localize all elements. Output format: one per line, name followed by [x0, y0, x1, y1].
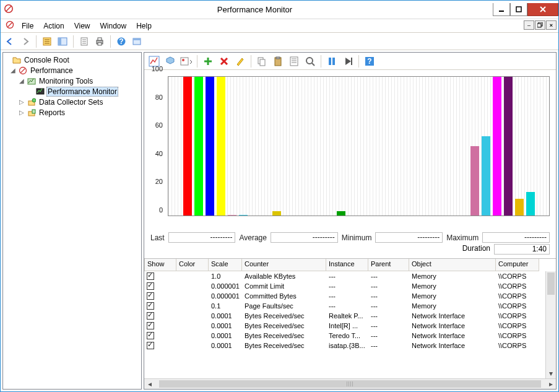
- scale-cell: 0.0001: [209, 342, 242, 349]
- scroll-right-icon[interactable]: ▸: [545, 379, 556, 389]
- scrollbar-thumb[interactable]: [159, 380, 541, 388]
- scale-cell: 0.1: [209, 302, 242, 310]
- paste-button[interactable]: [271, 54, 285, 69]
- parent-cell: ---: [368, 272, 409, 280]
- show-hide-tree-button[interactable]: [40, 35, 54, 48]
- show-checkbox[interactable]: [147, 342, 154, 349]
- show-checkbox[interactable]: [147, 282, 154, 290]
- print-button[interactable]: [93, 35, 106, 48]
- bar: [470, 146, 479, 216]
- table-row[interactable]: 0.000001Committed Bytes------Memory\\COR…: [144, 291, 556, 301]
- menu-action[interactable]: Action: [38, 20, 69, 32]
- new-window-button[interactable]: [130, 35, 144, 48]
- table-row[interactable]: 0.0001Bytes Received/secRealtek P...---N…: [144, 311, 556, 321]
- app-icon: [1, 4, 17, 15]
- tree-reports[interactable]: ▷ Reports: [3, 107, 141, 118]
- col-color[interactable]: Color: [176, 259, 209, 271]
- minimum-value: ---------: [375, 232, 443, 243]
- back-button[interactable]: [3, 35, 17, 48]
- zoom-button[interactable]: [303, 54, 318, 69]
- highlight-button[interactable]: [233, 54, 248, 69]
- grid-horizontal-scrollbar[interactable]: ◂ ▸: [144, 378, 556, 389]
- expand-icon[interactable]: ▷: [18, 109, 25, 116]
- console-tree[interactable]: Console Root ◢ Performance ◢ Monitoring …: [2, 52, 142, 390]
- scale-cell: 1.0: [209, 272, 242, 280]
- mdi-close-button[interactable]: ×: [546, 20, 557, 30]
- bar: [194, 77, 203, 216]
- table-row[interactable]: 0.0001Bytes Received/secIntel[R] ...---N…: [144, 321, 556, 331]
- counter-grid[interactable]: Show Color Scale Counter Instance Parent…: [144, 258, 556, 389]
- export-button[interactable]: [77, 35, 91, 48]
- menu-bar: File Action View Window Help – ×: [1, 19, 558, 33]
- col-computer[interactable]: Computer: [496, 259, 539, 271]
- svg-rect-20: [133, 38, 141, 40]
- grid-vertical-scrollbar[interactable]: ▴ ▾: [545, 271, 556, 378]
- object-cell: Memory: [409, 272, 496, 280]
- copy-button[interactable]: [254, 54, 269, 69]
- show-checkbox[interactable]: [147, 272, 154, 280]
- show-checkbox[interactable]: [147, 302, 154, 310]
- delete-counter-button[interactable]: [217, 54, 232, 69]
- view-histogram-button[interactable]: [163, 54, 178, 69]
- col-counter[interactable]: Counter: [242, 259, 326, 271]
- chart-plot[interactable]: [168, 76, 550, 216]
- svg-rect-9: [537, 24, 541, 27]
- tree-data-collector-sets[interactable]: ▷ Data Collector Sets: [3, 97, 141, 107]
- view-report-button[interactable]: [179, 54, 194, 69]
- tree-performance[interactable]: ◢ Performance: [3, 65, 141, 76]
- menu-window[interactable]: Window: [95, 20, 132, 32]
- bar: [228, 215, 236, 216]
- minimize-button[interactable]: [493, 3, 510, 16]
- table-row[interactable]: 0.1Page Faults/sec------Memory\\CORPS: [144, 301, 556, 311]
- view-button[interactable]: [56, 35, 69, 48]
- maximize-button[interactable]: [510, 3, 527, 16]
- properties-button[interactable]: [287, 54, 301, 69]
- collapse-icon[interactable]: ◢: [18, 77, 25, 84]
- svg-rect-41: [351, 58, 352, 65]
- update-button[interactable]: [340, 54, 355, 69]
- menu-help[interactable]: Help: [131, 20, 157, 32]
- scrollbar-thumb[interactable]: [547, 272, 555, 295]
- bar: [526, 192, 535, 216]
- help-button[interactable]: ?: [115, 35, 128, 48]
- table-row[interactable]: 1.0Available KBytes------Memory\\CORPS: [144, 271, 556, 281]
- y-tick: 80: [155, 94, 163, 101]
- scroll-down-icon[interactable]: ▾: [546, 368, 556, 378]
- freeze-button[interactable]: [324, 54, 339, 69]
- col-object[interactable]: Object: [409, 259, 496, 271]
- show-checkbox[interactable]: [147, 332, 154, 339]
- scroll-left-icon[interactable]: ◂: [144, 379, 155, 389]
- table-row[interactable]: 0.0001Bytes Received/secisatap.{3B...---…: [144, 341, 556, 351]
- show-checkbox[interactable]: [147, 292, 154, 300]
- col-scale[interactable]: Scale: [209, 259, 242, 271]
- svg-point-26: [32, 98, 36, 102]
- object-cell: Network Interface: [409, 342, 496, 349]
- chart-area[interactable]: 020406080100: [144, 70, 556, 229]
- counter-cell: Committed Bytes: [242, 292, 326, 300]
- bar: [206, 77, 214, 216]
- col-parent[interactable]: Parent: [368, 259, 409, 271]
- menu-file[interactable]: File: [17, 20, 38, 32]
- close-button[interactable]: [527, 3, 558, 16]
- scale-cell: 0.000001: [209, 292, 242, 300]
- table-row[interactable]: 0.000001Commit Limit------Memory\\CORPS: [144, 281, 556, 291]
- tree-monitoring-tools[interactable]: ◢ Monitoring Tools: [3, 76, 141, 86]
- col-show[interactable]: Show: [144, 259, 176, 271]
- col-instance[interactable]: Instance: [326, 259, 368, 271]
- add-counter-button[interactable]: [201, 54, 215, 69]
- mdi-minimize-button[interactable]: –: [524, 20, 534, 30]
- mdi-restore-button[interactable]: [535, 20, 545, 30]
- chart-help-button[interactable]: ?: [362, 54, 377, 69]
- svg-rect-39: [329, 58, 331, 65]
- menu-view[interactable]: View: [69, 20, 95, 32]
- tree-console-root[interactable]: Console Root: [3, 54, 141, 65]
- forward-button[interactable]: [19, 35, 32, 48]
- svg-rect-3: [516, 7, 521, 12]
- show-checkbox[interactable]: [147, 312, 154, 320]
- tree-performance-monitor[interactable]: Performance Monitor: [3, 86, 141, 97]
- grid-header[interactable]: Show Color Scale Counter Instance Parent…: [144, 259, 556, 271]
- show-checkbox[interactable]: [147, 322, 154, 329]
- expand-icon[interactable]: ▷: [18, 98, 25, 105]
- table-row[interactable]: 0.0001Bytes Received/secTeredo T...---Ne…: [144, 331, 556, 341]
- collapse-icon[interactable]: ◢: [9, 67, 17, 74]
